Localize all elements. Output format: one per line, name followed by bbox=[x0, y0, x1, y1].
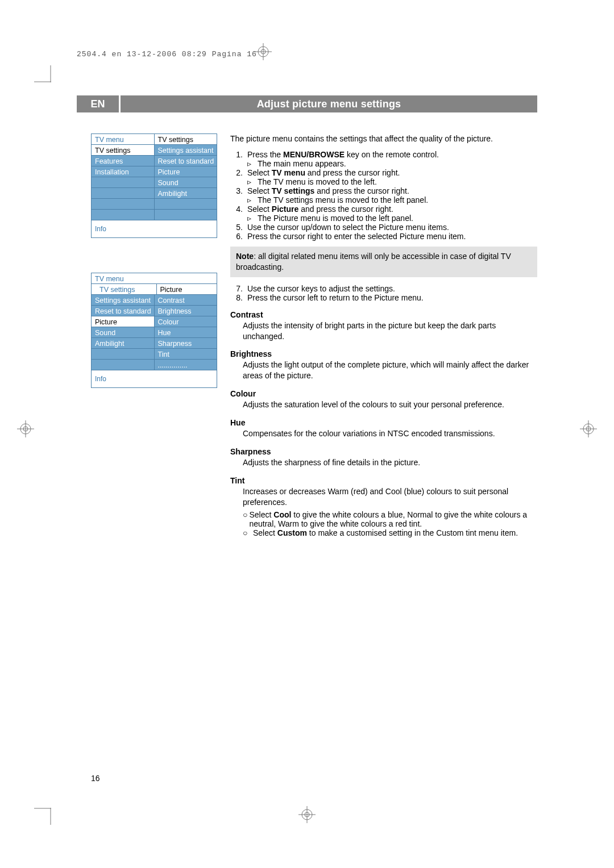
tint-b2-post: to make a customised setting in the Cust… bbox=[307, 528, 518, 537]
step-sub: ▹The main menu appears. bbox=[230, 159, 537, 168]
section-heading: Brightness bbox=[230, 349, 537, 358]
section-tint: Tint Increases or decreases Warm (red) a… bbox=[230, 476, 537, 537]
sections: ContrastAdjusts the intensity of bright … bbox=[230, 310, 537, 468]
section-body-tint: Increases or decreases Warm (red) and Co… bbox=[243, 486, 537, 508]
menu1-right-blank5 bbox=[155, 199, 217, 210]
menu2-crumb-right: Picture bbox=[157, 284, 217, 295]
section-body: Adjusts the intensity of bright parts in… bbox=[243, 320, 537, 342]
language-tab: EN bbox=[77, 95, 121, 112]
page-title: Adjust picture menu settings bbox=[121, 95, 537, 112]
menu2-info: Info bbox=[92, 370, 217, 387]
step-sub-text: The Picture menu is moved to the left pa… bbox=[258, 214, 413, 223]
section-heading: Sharpness bbox=[230, 447, 537, 456]
step-item: 8.Press the cursor left to return to the… bbox=[230, 293, 537, 302]
step-text: Select Picture and press the cursor righ… bbox=[247, 205, 537, 214]
step-sub-text: The main menu appears. bbox=[258, 159, 346, 168]
step-item: 4.Select Picture and press the cursor ri… bbox=[230, 205, 537, 214]
step-number: 4. bbox=[230, 205, 247, 214]
menu2-left-blank5 bbox=[92, 349, 155, 360]
tint-b1-pre: Select bbox=[249, 510, 273, 519]
section-heading-tint: Tint bbox=[230, 476, 537, 485]
step-text: Select TV menu and press the cursor righ… bbox=[247, 168, 537, 177]
menu1-left-2: Installation bbox=[92, 166, 155, 177]
arrow-icon: ▹ bbox=[247, 214, 258, 223]
menu1-info: Info bbox=[92, 220, 217, 237]
step-list-2: 7.Use the cursor keys to adjust the sett… bbox=[230, 284, 537, 302]
step-number: 5. bbox=[230, 223, 247, 232]
menu1-left-blank5 bbox=[92, 199, 155, 210]
menu2-right-1: Brightness bbox=[155, 306, 217, 316]
menu1-right-blank6 bbox=[155, 210, 217, 220]
print-header: 2504.4 en 13-12-2006 08:29 Pagina 16 bbox=[77, 50, 257, 59]
menu2-left-3: Sound bbox=[92, 327, 155, 338]
menu1-header-right: TV settings bbox=[155, 134, 217, 145]
section-heading: Hue bbox=[230, 418, 537, 427]
section-body: Adjusts the saturation level of the colo… bbox=[243, 399, 537, 410]
step-text: Press the cursor left to return to the P… bbox=[247, 293, 537, 302]
bullet-icon: ○ bbox=[243, 510, 249, 528]
menu2-right-3: Hue bbox=[155, 327, 217, 338]
menu2-header: TV menu bbox=[92, 273, 154, 284]
tint-b2-bold: Custom bbox=[277, 528, 307, 537]
title-bar: EN Adjust picture menu settings bbox=[77, 95, 537, 112]
section-body: Adjusts the sharpness of fine details in… bbox=[243, 457, 537, 468]
menu1-right-3: Sound bbox=[155, 177, 217, 188]
step-item: 7.Use the cursor keys to adjust the sett… bbox=[230, 284, 537, 293]
menu1-header-left: TV menu bbox=[92, 134, 155, 145]
menu-screenshot-2: TV menu TV settings Picture Settings ass… bbox=[91, 273, 217, 388]
menu1-left-1: Features bbox=[92, 156, 155, 166]
menu2-left-blank6 bbox=[92, 360, 155, 370]
menu2-left-0: Settings assistant bbox=[92, 295, 155, 306]
step-number: 7. bbox=[230, 284, 247, 293]
step-sub: ▹The TV menu is moved to the left. bbox=[230, 177, 537, 186]
page-number: 16 bbox=[91, 774, 100, 783]
step-item: 6.Press the cursor right to enter the se… bbox=[230, 232, 537, 241]
crop-mark-top bbox=[255, 43, 272, 60]
step-text: Press the MENU/BROWSE key on the remote … bbox=[247, 150, 537, 159]
menu2-right-6: ............... bbox=[155, 360, 217, 370]
step-number: 2. bbox=[230, 168, 247, 177]
step-text: Press the cursor right to enter the sele… bbox=[247, 232, 537, 241]
note-box: Note: all digital related menu items wil… bbox=[230, 247, 537, 277]
menu2-left-1: Reset to standard bbox=[92, 306, 155, 316]
step-item: 1.Press the MENU/BROWSE key on the remot… bbox=[230, 150, 537, 159]
section-body: Adjusts the light output of the complete… bbox=[243, 360, 537, 381]
menu1-right-2: Picture bbox=[155, 166, 217, 177]
menu1-left-blank6 bbox=[92, 210, 155, 220]
section-heading: Contrast bbox=[230, 310, 537, 319]
menu1-right-1: Reset to standard bbox=[155, 156, 217, 166]
tint-b1-post: to give the white colours a blue, Normal… bbox=[249, 510, 527, 528]
step-sub-text: The TV settings menu is moved to the lef… bbox=[258, 195, 428, 205]
menu1-right-4: Ambilight bbox=[155, 188, 217, 199]
bullet-icon: ○ bbox=[243, 528, 253, 537]
step-sub: ▹The TV settings menu is moved to the le… bbox=[230, 195, 537, 205]
step-text: Use the cursor keys to adjust the settin… bbox=[247, 284, 537, 293]
menu2-right-5: Tint bbox=[155, 349, 217, 360]
step-sub: ▹The Picture menu is moved to the left p… bbox=[230, 214, 537, 223]
note-text: : all digital related menu items will on… bbox=[236, 252, 511, 272]
menu1-left-blank4 bbox=[92, 188, 155, 199]
step-text: Select TV settings and press the cursor … bbox=[247, 186, 537, 195]
tint-b1-bold: Cool bbox=[273, 510, 291, 519]
menu2-header-blank bbox=[154, 273, 217, 284]
step-item: 2.Select TV menu and press the cursor ri… bbox=[230, 168, 537, 177]
menu2-right-2: Colour bbox=[155, 316, 217, 327]
intro-text: The picture menu contains the settings t… bbox=[230, 133, 537, 144]
arrow-icon: ▹ bbox=[247, 195, 258, 205]
step-list: 1.Press the MENU/BROWSE key on the remot… bbox=[230, 150, 537, 241]
tint-b2-pre: Select bbox=[253, 528, 277, 537]
crop-mark-right bbox=[580, 420, 597, 439]
step-item: 5.Use the cursor up/down to select the P… bbox=[230, 223, 537, 232]
crop-mark-corner-bl bbox=[34, 808, 51, 825]
section-body: Compensates for the colour variations in… bbox=[243, 428, 537, 439]
section-heading: Colour bbox=[230, 389, 537, 398]
step-number: 1. bbox=[230, 150, 247, 159]
menu-screenshot-1: TV menu TV settings TV settings Settings… bbox=[91, 133, 217, 238]
menu1-left-0: TV settings bbox=[92, 145, 155, 156]
tint-bullet-2: ○ Select Custom to make a customised set… bbox=[230, 528, 537, 537]
step-number: 6. bbox=[230, 232, 247, 241]
menu2-crumb: TV settings bbox=[92, 284, 157, 295]
menu1-right-0: Settings assistant bbox=[155, 145, 217, 156]
step-number: 3. bbox=[230, 186, 247, 195]
arrow-icon: ▹ bbox=[247, 159, 258, 168]
